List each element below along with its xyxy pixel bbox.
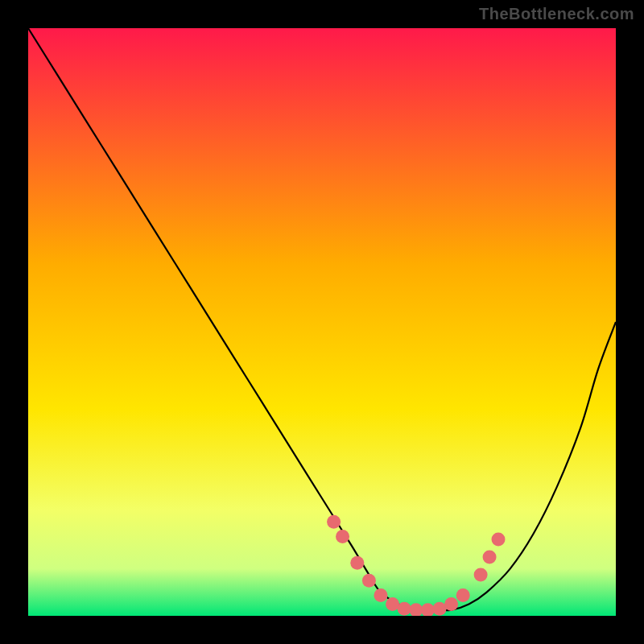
- marker-point: [336, 530, 349, 543]
- gradient-background: [28, 28, 616, 616]
- marker-point: [483, 551, 497, 564]
- marker-point: [444, 597, 458, 611]
- chart-frame: TheBottleneck.com: [0, 0, 644, 644]
- marker-point: [492, 533, 506, 547]
- marker-point: [456, 588, 470, 602]
- marker-point: [398, 602, 411, 616]
- marker-point: [350, 556, 364, 570]
- watermark-text: TheBottleneck.com: [479, 5, 634, 23]
- marker-point: [327, 515, 341, 529]
- bottleneck-chart: [28, 28, 616, 616]
- marker-point: [362, 574, 376, 588]
- marker-point: [386, 597, 399, 611]
- marker-point: [433, 602, 447, 616]
- marker-point: [374, 588, 388, 602]
- marker-point: [474, 568, 488, 581]
